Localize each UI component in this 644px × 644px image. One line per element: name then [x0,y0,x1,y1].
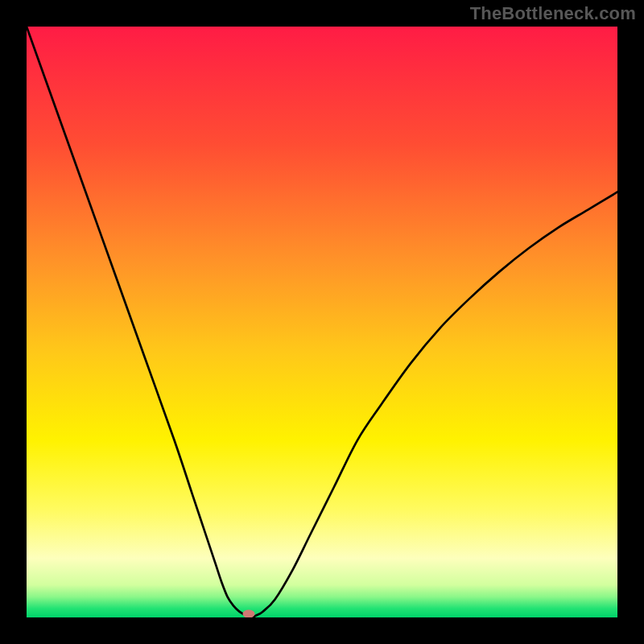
watermark-text: TheBottleneck.com [470,3,636,24]
gradient-background [27,27,617,617]
chart-frame: TheBottleneck.com [0,0,644,644]
plot-area [27,27,617,617]
bottleneck-curve-chart [27,27,617,617]
